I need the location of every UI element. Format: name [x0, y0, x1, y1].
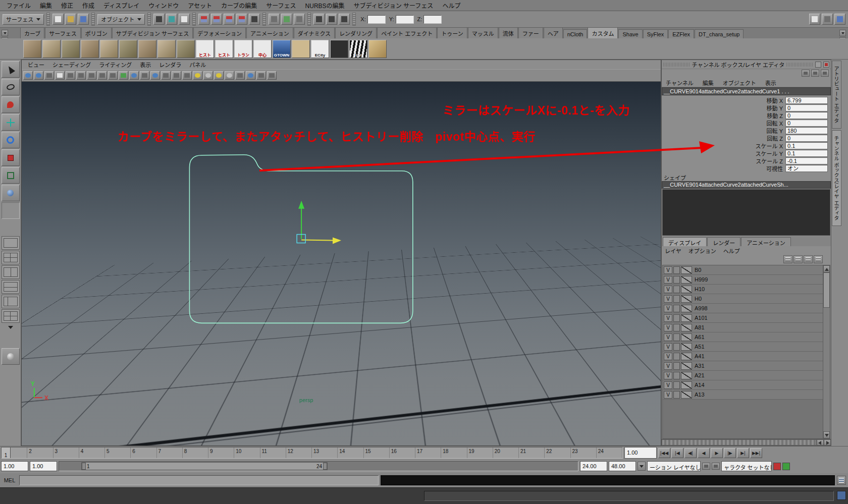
xray-mode-icon[interactable]: [246, 71, 255, 80]
layer-playback-toggle[interactable]: [673, 333, 680, 341]
timeline-frame-label[interactable]: 23: [571, 447, 597, 458]
shelf-tab[interactable]: カスタム: [588, 27, 618, 38]
timeline-frame-label[interactable]: 18: [441, 447, 467, 458]
layout-more-icon[interactable]: [8, 326, 13, 329]
move-manipulator[interactable]: [297, 201, 341, 244]
layer-row[interactable]: V A61: [663, 332, 823, 342]
shelf-item-button[interactable]: [157, 40, 176, 58]
channel-value-field[interactable]: オン: [785, 165, 828, 172]
side-panel-tab[interactable]: チャンネル ボックス/レイヤ エディタ: [832, 130, 841, 226]
layer-color-swatch[interactable]: [681, 266, 692, 274]
character-set-options-icon[interactable]: [712, 463, 720, 470]
viewport-canvas[interactable]: Y X persp: [22, 82, 661, 445]
toolbar-grip[interactable]: [307, 13, 311, 26]
layer-visibility-toggle[interactable]: V: [664, 324, 672, 331]
snap-to-point-icon[interactable]: [224, 14, 235, 25]
animation-preferences-button[interactable]: [782, 463, 790, 470]
layer-playback-toggle[interactable]: [673, 286, 680, 293]
panel-menu-item[interactable]: ビュー: [24, 60, 48, 70]
render-settings-icon[interactable]: [339, 14, 350, 25]
select-hierarchy-icon[interactable]: [153, 14, 165, 25]
shelf-item-button[interactable]: [23, 40, 41, 58]
shelf-tab[interactable]: マッスル: [468, 27, 498, 38]
shelf-menu-icon[interactable]: [2, 30, 8, 36]
layer-visibility-toggle[interactable]: V: [664, 305, 672, 312]
layer-name[interactable]: H10: [693, 286, 705, 292]
timeline-frame-label[interactable]: 20: [493, 447, 519, 458]
construction-history-icon[interactable]: [281, 14, 292, 25]
channel-name[interactable]: 移動 X: [662, 96, 785, 104]
playback-start-field[interactable]: 1.00: [30, 461, 57, 471]
shelf-item-button[interactable]: [330, 40, 348, 58]
shelf-tab[interactable]: DT_chara_setup: [695, 29, 744, 38]
layer-row[interactable]: V H0: [663, 294, 823, 304]
menu-item[interactable]: アセット: [183, 0, 217, 11]
resolution-icon[interactable]: [267, 71, 277, 80]
layer-name[interactable]: A14: [693, 382, 705, 388]
toolbar-grip[interactable]: [192, 13, 196, 26]
channel-name[interactable]: 移動 Z: [662, 111, 785, 120]
playback-button[interactable]: ▶▶|: [750, 448, 762, 458]
drag-grip[interactable]: [663, 63, 690, 67]
render-view-layout-button[interactable]: [2, 348, 20, 365]
shelf-tab[interactable]: サブディビジョン サーフェス: [112, 27, 193, 38]
save-scene-icon[interactable]: [78, 14, 89, 25]
channel-name[interactable]: スケール Z: [662, 157, 785, 165]
layer-name[interactable]: A21: [693, 372, 705, 378]
side-panel-tab[interactable]: アトリビュート エディタ: [832, 61, 841, 129]
wireframe-on-shaded-icon[interactable]: [256, 71, 266, 80]
shelf-item-button[interactable]: [119, 40, 137, 58]
scroll-down-icon[interactable]: [823, 431, 830, 438]
panel-menu-item[interactable]: レンダラ: [155, 60, 185, 70]
channel-name[interactable]: 回転 X: [662, 119, 785, 127]
shelf-tab[interactable]: EZFlex: [668, 29, 694, 38]
playback-button[interactable]: ◀: [698, 448, 710, 458]
timeline-frame-label[interactable]: 10: [234, 447, 260, 458]
playback-button[interactable]: ▶|: [737, 448, 749, 458]
layer-playback-toggle[interactable]: [673, 295, 680, 303]
shelf-item-button[interactable]: [368, 40, 387, 58]
render-current-frame-icon[interactable]: [313, 14, 325, 25]
shelf-tab[interactable]: 流体: [499, 27, 518, 38]
layer-name[interactable]: A51: [693, 344, 705, 350]
channel-box-menu-item[interactable]: オブジェクト: [723, 79, 756, 87]
layer-name[interactable]: A61: [693, 334, 705, 340]
layer-playback-toggle[interactable]: [673, 343, 680, 351]
ipr-render-icon[interactable]: [326, 14, 337, 25]
layer-visibility-toggle[interactable]: V: [664, 286, 672, 293]
panel-title-bar[interactable]: チャンネル ボックス/レイヤ エディタ: [662, 60, 831, 69]
menu-item[interactable]: 編集: [35, 0, 57, 11]
timeline-frame-label[interactable]: 21: [519, 447, 545, 458]
channel-value-field[interactable]: 0: [785, 112, 828, 119]
z-coordinate-field[interactable]: [423, 15, 442, 24]
shelf-tab[interactable]: サーフェス: [45, 27, 80, 38]
gate-mask-icon[interactable]: [87, 71, 96, 80]
layer-color-swatch[interactable]: [681, 343, 692, 351]
playback-button[interactable]: ▶: [711, 448, 723, 458]
layer-color-swatch[interactable]: [681, 314, 692, 322]
float-panel-icon[interactable]: [815, 62, 821, 68]
shelf-tab[interactable]: ペイント エフェクト: [377, 27, 437, 38]
grid-toggle-icon[interactable]: [55, 71, 65, 80]
layer-row[interactable]: V B0: [663, 265, 823, 275]
film-gate-icon[interactable]: [66, 71, 75, 80]
layer-name[interactable]: A31: [693, 363, 705, 369]
layer-name[interactable]: A41: [693, 353, 705, 359]
toggle-tool-settings-icon[interactable]: [822, 14, 833, 25]
field-chart-icon[interactable]: [97, 71, 107, 80]
panel-menu-item[interactable]: ライティング: [95, 60, 136, 70]
menu-item[interactable]: ヘルプ: [438, 0, 465, 11]
shelf-tab[interactable]: カーブ: [20, 27, 44, 38]
layer-row[interactable]: V A81: [663, 323, 823, 332]
timeline-frame-label[interactable]: 24: [597, 447, 622, 458]
output-connections-icon[interactable]: [294, 14, 305, 25]
shelf-scroll-up-icon[interactable]: [839, 30, 846, 36]
scale-tool-button[interactable]: [2, 149, 20, 166]
menu-set-dropdown[interactable]: サーフェス: [3, 14, 44, 25]
scroll-right-icon[interactable]: [824, 439, 831, 445]
open-scene-icon[interactable]: [65, 14, 76, 25]
layer-row[interactable]: V A51: [663, 342, 823, 352]
shelf-item-button[interactable]: UV: [349, 40, 367, 58]
channel-value-field[interactable]: -0.1: [785, 157, 828, 164]
move-layer-up-icon[interactable]: [783, 255, 792, 263]
